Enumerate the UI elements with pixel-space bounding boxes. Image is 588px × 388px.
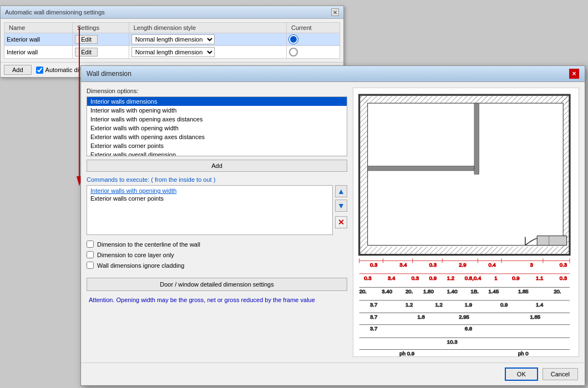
svg-rect-9 (368, 166, 474, 171)
main-dialog-body: Dimension options: Interior walls dimens… (81, 82, 585, 363)
interior-edit-btn[interactable]: Edit (75, 48, 98, 57)
svg-text:10.3: 10.3 (447, 339, 458, 345)
svg-rect-12 (537, 236, 566, 245)
svg-text:ph 0.9: ph 0.9 (399, 350, 414, 356)
table-row: Interior wall Edit Normal length dimensi… (4, 46, 340, 59)
floor-plan-svg: 0.3 3.4 0.3 2.9 0.4 3 0.3 0.3 3.4 0.3 0.… (353, 88, 579, 356)
col-settings: Settings (73, 23, 129, 33)
exterior-current-cell (286, 33, 339, 46)
door-window-settings-btn[interactable]: Door / window detailed dimension setting… (87, 278, 347, 291)
svg-rect-10 (474, 103, 479, 174)
ok-btn[interactable]: OK (505, 367, 538, 381)
interior-dim-style-select[interactable]: Normal length dimension (131, 47, 215, 57)
svg-text:ph 0: ph 0 (518, 350, 529, 356)
checkbox-row: Wall dimensions ignore cladding (87, 262, 347, 269)
svg-text:3.40: 3.40 (382, 288, 392, 294)
svg-text:3.7: 3.7 (370, 325, 377, 331)
svg-text:20.: 20. (405, 288, 413, 294)
list-item[interactable]: Interior walls with opening width (87, 106, 347, 115)
svg-text:3.7: 3.7 (370, 302, 377, 308)
list-item[interactable]: Interior walls dimensions (87, 97, 347, 106)
bg-dialog-titlebar: Automatic wall dimensioning settings ✕ (1, 6, 343, 19)
svg-text:2.9: 2.9 (459, 262, 466, 268)
svg-text:0.8,0.4: 0.8,0.4 (465, 275, 481, 281)
svg-text:0.9: 0.9 (512, 275, 519, 281)
list-item[interactable]: Exterior walls overall dimension (87, 150, 347, 156)
svg-text:0.9: 0.9 (500, 302, 508, 308)
list-item[interactable]: Exterior walls corner points (87, 141, 347, 150)
svg-text:1B.: 1B. (471, 288, 479, 294)
centerline-checkbox[interactable] (87, 241, 94, 248)
svg-text:0.3: 0.3 (412, 275, 419, 281)
add-dimension-btn[interactable]: Add (87, 160, 347, 172)
dim-options-label: Dimension options: (87, 88, 347, 94)
exterior-dim-style-cell: Normal length dimension (129, 33, 286, 46)
ignore-cladding-label: Wall dimensions ignore cladding (97, 262, 184, 269)
commands-sublabel: ( from the inside to out ) (151, 176, 215, 183)
table-row: Exterior wall Edit Normal length dimensi… (4, 33, 340, 46)
commands-side-buttons: ▲ ▼ ✕ (335, 185, 347, 235)
svg-rect-4 (359, 95, 570, 103)
list-item[interactable]: Exterior walls corner points (89, 195, 330, 202)
col-name: Name (4, 23, 73, 33)
interior-edit-cell: Edit (73, 46, 129, 59)
interior-current-cell (286, 46, 339, 59)
delete-command-btn[interactable]: ✕ (335, 216, 347, 228)
core-layer-checkbox[interactable] (87, 251, 94, 258)
list-item[interactable]: Interior walls with opening width (89, 187, 330, 195)
exterior-current-radio[interactable] (289, 35, 298, 44)
commands-list: Interior walls with opening width Exteri… (87, 185, 333, 235)
svg-text:0.3: 0.3 (560, 275, 567, 281)
main-dialog: Wall dimension × Dimension options: Inte… (80, 65, 585, 386)
main-dialog-close-btn[interactable]: × (569, 69, 579, 79)
svg-text:0.3: 0.3 (364, 275, 371, 281)
move-down-btn[interactable]: ▼ (335, 200, 347, 212)
svg-text:3.4: 3.4 (399, 262, 407, 268)
cancel-btn[interactable]: Cancel (543, 368, 578, 380)
exterior-dim-style-select[interactable]: Normal length dimension (131, 34, 215, 44)
floor-plan-panel: 0.3 3.4 0.3 2.9 0.4 3 0.3 0.3 3.4 0.3 0.… (353, 88, 579, 357)
bg-add-btn[interactable]: Add (4, 65, 32, 75)
list-item[interactable]: Interior walls with opening axes distanc… (87, 115, 347, 124)
list-item[interactable]: Exterior walls with opening width (87, 124, 347, 132)
svg-text:6.6: 6.6 (465, 325, 472, 331)
svg-text:1.2: 1.2 (435, 302, 442, 308)
svg-text:1.1: 1.1 (536, 275, 543, 281)
bg-dialog-title: Automatic wall dimensioning settings (5, 9, 105, 16)
col-current: Current (286, 23, 339, 33)
svg-text:1.45: 1.45 (489, 288, 499, 294)
svg-rect-5 (359, 247, 570, 255)
auto-dim-checkbox[interactable] (36, 67, 43, 74)
svg-text:0.3: 0.3 (429, 262, 437, 268)
main-dialog-title: Wall dimension (87, 70, 131, 78)
checkbox-row: Dimension to core layer only (87, 251, 347, 258)
svg-text:20.: 20. (359, 288, 367, 294)
attention-text: Attention. Opening width may be the gros… (87, 297, 347, 303)
move-up-btn[interactable]: ▲ (335, 185, 347, 197)
svg-text:0.9: 0.9 (429, 275, 437, 281)
commands-section: Commands to execute: ( from the inside t… (87, 176, 347, 235)
svg-text:1.2: 1.2 (405, 302, 413, 308)
bg-settings-table: Name Settings Length dimension style Cur… (4, 22, 340, 59)
col-length-dim-style: Length dimension style (129, 23, 286, 33)
checkbox-section: Dimension to the centerline of the wall … (87, 241, 347, 269)
svg-text:1.80: 1.80 (423, 288, 434, 294)
exterior-edit-btn[interactable]: Edit (75, 35, 98, 44)
svg-text:3.7: 3.7 (370, 314, 377, 320)
up-arrow-icon: ▲ (337, 187, 345, 196)
delete-icon: ✕ (338, 218, 344, 227)
bg-dialog-close-btn[interactable]: ✕ (331, 8, 339, 16)
svg-text:20.: 20. (554, 288, 561, 294)
svg-text:1.8: 1.8 (417, 314, 424, 320)
ignore-cladding-checkbox[interactable] (87, 262, 94, 269)
svg-text:3.4: 3.4 (388, 275, 396, 281)
interior-current-radio[interactable] (289, 48, 298, 57)
list-item[interactable]: Exterior walls with opening axes distanc… (87, 132, 347, 141)
left-panel: Dimension options: Interior walls dimens… (87, 88, 347, 357)
dialog-footer: OK Cancel (81, 363, 585, 385)
svg-text:0.4: 0.4 (489, 262, 496, 268)
svg-text:2.95: 2.95 (459, 314, 469, 320)
commands-label: Commands to execute: ( from the inside t… (87, 176, 347, 183)
svg-text:1: 1 (494, 275, 497, 281)
svg-text:1.9: 1.9 (465, 302, 472, 308)
